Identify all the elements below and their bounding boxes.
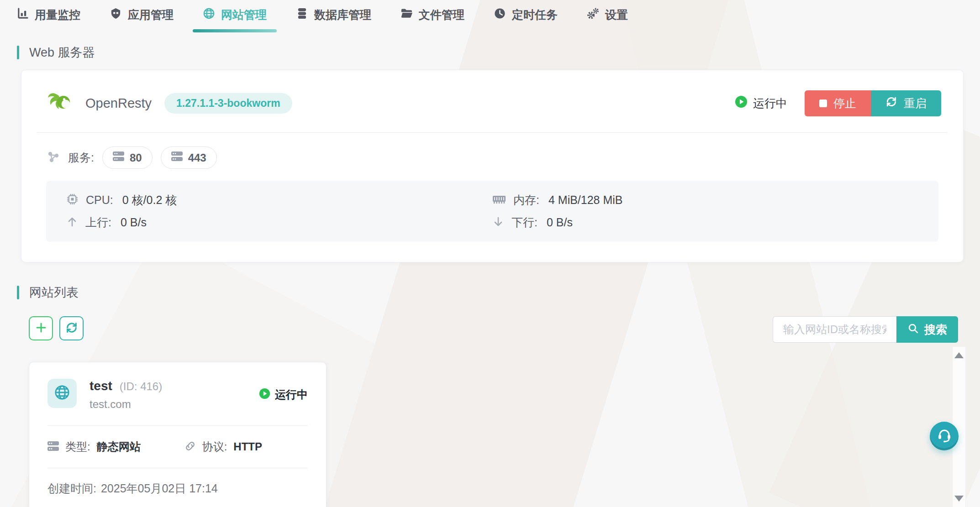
- play-circle-icon: [259, 388, 270, 402]
- globe-icon: [54, 384, 70, 402]
- refresh-list-button[interactable]: [59, 316, 84, 340]
- network-nodes-icon: [47, 151, 60, 165]
- website-list-section-title: 网站列表: [29, 284, 79, 301]
- server-action-buttons: 停止 重启: [805, 90, 941, 116]
- gear-icon: [587, 7, 599, 22]
- search-group: 搜索: [773, 316, 958, 343]
- add-website-button[interactable]: [29, 316, 53, 340]
- website-card[interactable]: test (ID: 416) test.com 运行中: [29, 362, 327, 507]
- tab-label: 设置: [605, 7, 628, 22]
- upload-stat: 上行: 0 B/s: [66, 215, 492, 230]
- tab-label: 应用管理: [128, 7, 174, 22]
- server-status-text: 运行中: [753, 96, 787, 111]
- port-badge-443: 443: [161, 146, 217, 169]
- tab-database-manage[interactable]: 数据库管理: [296, 7, 371, 22]
- server-name: OpenResty: [85, 96, 152, 111]
- tab-settings[interactable]: 设置: [587, 7, 628, 22]
- headset-icon: [936, 427, 953, 445]
- section-accent-bar: [17, 286, 19, 299]
- stop-icon: [819, 99, 827, 107]
- stop-button[interactable]: 停止: [805, 90, 871, 116]
- tab-label: 网站管理: [221, 7, 267, 22]
- server-version-badge: 1.27.1.1-3-bookworm: [164, 93, 292, 114]
- tab-label: 定时任务: [512, 7, 558, 22]
- tab-label: 数据库管理: [314, 7, 371, 22]
- arrow-down-icon: [492, 216, 504, 230]
- website-list-toolbar: 搜索: [29, 316, 958, 343]
- services-row: 服务: 80 443: [47, 146, 963, 169]
- section-accent-bar: [17, 46, 19, 59]
- website-tile: [47, 379, 77, 408]
- server-status: 运行中: [735, 95, 787, 111]
- server-icon: [47, 441, 59, 453]
- memory-icon: [492, 193, 506, 207]
- database-icon: [296, 7, 308, 22]
- website-created-time: 创建时间: 2025年05月02日 17:14: [47, 468, 308, 507]
- cpu-icon: [66, 193, 79, 207]
- search-input[interactable]: [773, 316, 896, 343]
- tab-cron-tasks[interactable]: 定时任务: [494, 7, 558, 22]
- tab-file-manage[interactable]: 文件管理: [400, 7, 464, 22]
- server-icon: [171, 151, 183, 164]
- memory-stat: 内存: 4 MiB/128 MiB: [492, 193, 918, 208]
- website-list-section-head: 网站列表: [17, 284, 980, 301]
- tab-label: 用量监控: [35, 7, 80, 22]
- folder-icon: [400, 7, 413, 22]
- refresh-icon: [885, 96, 897, 110]
- cpu-stat: CPU: 0 核/0.2 核: [66, 193, 492, 208]
- clock-icon: [494, 7, 506, 22]
- website-protocol: 协议: HTTP: [184, 439, 262, 454]
- scroll-up-icon[interactable]: [954, 352, 964, 358]
- scroll-down-icon[interactable]: [954, 496, 964, 502]
- globe-icon: [203, 7, 215, 22]
- web-server-section-title: Web 服务器: [29, 44, 95, 61]
- tab-usage-monitor[interactable]: 用量监控: [16, 7, 80, 22]
- openresty-logo: [47, 89, 73, 117]
- server-stats-box: CPU: 0 核/0.2 核 内存: 4 MiB/128 MiB 上行: 0 B…: [46, 181, 938, 242]
- tab-label: 文件管理: [419, 7, 464, 22]
- bar-chart-icon: [16, 7, 29, 22]
- restart-button[interactable]: 重启: [871, 90, 941, 116]
- main-tab-bar: 用量监控 应用管理 网站管理: [0, 0, 980, 32]
- server-icon: [113, 151, 124, 164]
- support-button[interactable]: [930, 422, 959, 450]
- search-icon: [907, 323, 919, 337]
- website-status-badge: 运行中: [259, 379, 308, 411]
- panel-page: 用量监控 应用管理 网站管理: [0, 0, 980, 507]
- website-info: test (ID: 416) test.com: [90, 379, 162, 411]
- tab-app-manage[interactable]: 应用管理: [110, 7, 174, 22]
- active-tab-underline: [193, 29, 277, 32]
- web-server-section-head: Web 服务器: [17, 44, 980, 61]
- play-circle-icon: [735, 95, 748, 111]
- website-domain: test.com: [90, 398, 162, 411]
- arrow-up-icon: [66, 216, 78, 230]
- apps-icon: [110, 7, 122, 22]
- download-stat: 下行: 0 B/s: [492, 215, 918, 230]
- website-id: (ID: 416): [120, 380, 162, 393]
- search-button[interactable]: 搜索: [896, 316, 958, 343]
- refresh-icon: [65, 321, 78, 335]
- card-divider: [37, 132, 948, 133]
- web-server-card: OpenResty 1.27.1.1-3-bookworm 运行中 停止: [21, 70, 964, 262]
- tab-website-manage[interactable]: 网站管理: [203, 7, 267, 32]
- services-label: 服务:: [68, 150, 94, 165]
- port-badge-80: 80: [102, 146, 153, 169]
- link-icon: [184, 440, 196, 454]
- website-name: test: [90, 379, 112, 393]
- website-type: 类型: 静态网站: [47, 439, 141, 454]
- plus-icon: [35, 322, 47, 335]
